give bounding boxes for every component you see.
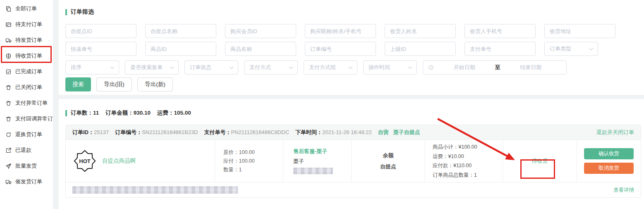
- payment-method-select-label: 支付方式: [249, 64, 271, 71]
- delivery-type: 自提点: [380, 163, 396, 171]
- sidebar-item-batch-shipment[interactable]: 批量发货: [0, 158, 53, 174]
- search-button[interactable]: 搜索: [65, 77, 91, 91]
- receiver-address-input[interactable]: [544, 24, 615, 38]
- summary-order-count: 订单数：11: [71, 109, 99, 117]
- payment-number-input[interactable]: [464, 42, 536, 56]
- chevron-down-icon: [289, 65, 293, 69]
- truck-icon: [5, 179, 12, 185]
- svg-text:HOT: HOT: [79, 158, 91, 164]
- filter-row-1: [65, 24, 644, 38]
- chevron-down-icon: [170, 65, 174, 69]
- summary-order-amount: 订单金额：930.10: [105, 109, 151, 117]
- sort-select[interactable]: 排序: [65, 60, 119, 74]
- payment-method: 余额: [383, 152, 394, 159]
- parent-id-input[interactable]: [385, 42, 456, 56]
- operation-time-select[interactable]: 操作时间: [363, 60, 417, 74]
- trash-icon: [5, 116, 12, 122]
- sidebar-item-label: 全部订单: [15, 5, 37, 12]
- amount-due: 应付款：¥110.00: [433, 161, 503, 171]
- sidebar-item-label: 批量发货: [15, 162, 37, 170]
- self-operated-tag: 自营: [378, 129, 389, 136]
- service-cell: 售后客服-栗子 栗子: [283, 140, 351, 182]
- receiver-phone-input[interactable]: [464, 24, 536, 38]
- first-order-select[interactable]: 是否搜索首单: [125, 60, 179, 74]
- export-new-button[interactable]: 导出(新): [137, 77, 173, 91]
- sidebar-item-refunded[interactable]: 已退款: [0, 142, 53, 158]
- filter-title-text: 订单筛选: [71, 8, 94, 16]
- payable-price: 应付：100.00: [223, 157, 283, 166]
- order-type-select[interactable]: 订单类型: [544, 42, 598, 56]
- product-name-link[interactable]: 自提点商品啊: [102, 157, 136, 165]
- refresh-icon: [5, 132, 12, 138]
- sidebar-item-label: 支付异常订单: [15, 99, 48, 107]
- order-sn-value: SN211126164861B23D: [142, 129, 198, 135]
- payment-cell: 余额 自提点: [351, 140, 425, 182]
- send-icon: [5, 163, 12, 169]
- trash-icon: [5, 100, 12, 106]
- total-quantity: 订单商品总数量：1: [433, 171, 503, 180]
- sidebar-item-closed[interactable]: 已关闭订单: [0, 79, 53, 95]
- payment-group-select[interactable]: 支付方式组: [304, 60, 357, 74]
- export-old-button[interactable]: 导出(旧): [96, 77, 132, 91]
- sidebar-item-callback-error[interactable]: 支付回调异常订单: [0, 111, 53, 127]
- trash-icon: [5, 84, 12, 91]
- order-list-panel: 订单数：11 订单金额：930.10 运费：105.00 订单ID： 25137…: [59, 109, 644, 198]
- order-status-badge: 待收货: [532, 157, 548, 165]
- sort-select-label: 排序: [71, 64, 81, 71]
- sidebar-item-label: 已退款: [15, 147, 31, 154]
- product-name-input[interactable]: [225, 42, 296, 56]
- card-icon: [5, 22, 12, 28]
- first-order-select-label: 是否搜索首单: [130, 64, 163, 71]
- filter-title: 订单筛选: [65, 8, 644, 16]
- filter-row-2: 订单类型: [65, 42, 644, 56]
- date-range-picker[interactable]: 开始日期 至 结束日期: [423, 60, 567, 74]
- sidebar-item-all-orders[interactable]: 全部订单: [0, 1, 53, 17]
- sidebar-item-returns[interactable]: 退换货订单: [0, 127, 53, 142]
- sidebar-item-payment-error[interactable]: 支付异常订单: [0, 95, 53, 111]
- redacted-address-blur: [72, 186, 238, 194]
- buyer-member-id-input[interactable]: [225, 24, 296, 38]
- order-id-value: 25137: [94, 129, 109, 135]
- order-number-input[interactable]: [305, 42, 376, 56]
- view-detail-link[interactable]: 查看详情: [613, 187, 634, 194]
- original-price: 原价：100.00: [223, 148, 283, 157]
- order-card-header: 订单ID： 25137 订单编号： SN211126164861B23D 支付单…: [66, 125, 641, 140]
- order-status-select[interactable]: 订单状态: [184, 60, 238, 74]
- product-id-input[interactable]: [145, 42, 216, 56]
- order-card-body: HOT 自提点商品啊 原价：100.00 应付：100.00 数量：1 售后客服…: [66, 140, 641, 182]
- order-card-footer: 查看详情: [66, 182, 641, 197]
- order-pn-value: PN21112616486C8DDC: [231, 129, 289, 135]
- redacted-phone-blur: [293, 168, 333, 174]
- chevron-down-icon: [408, 65, 412, 69]
- filter-actions: 搜索 导出(旧) 导出(新): [65, 77, 644, 91]
- end-date-placeholder: 结束日期: [500, 64, 562, 71]
- order-sn-label: 订单编号：: [115, 129, 142, 136]
- after-sales-service-link[interactable]: 售后客服-栗子: [293, 148, 351, 155]
- filter-row-3: 排序 是否搜索首单 订单状态 支付方式 支付方式组 操作时间: [65, 60, 644, 74]
- main-content: 订单筛选 订单类型: [59, 0, 644, 209]
- payment-method-select[interactable]: 支付方式: [244, 60, 298, 74]
- tracking-number-input[interactable]: [65, 42, 136, 56]
- refund-close-link[interactable]: 退款并关闭订单: [596, 129, 634, 136]
- order-status-select-label: 订单状态: [190, 64, 211, 71]
- sidebar-item-pending-receipt[interactable]: 待收货订单: [0, 48, 53, 64]
- sidebar-item-completed[interactable]: 已完成订单: [0, 64, 53, 79]
- copy-icon: [5, 6, 12, 12]
- sidebar-item-pending-payment[interactable]: 待支付订单: [0, 17, 53, 32]
- confirm-receipt-button[interactable]: 确认收货: [584, 148, 634, 159]
- sidebar-item-urge-shipment[interactable]: 催发货订单: [0, 174, 53, 190]
- pickup-name-input[interactable]: [145, 24, 216, 38]
- cancel-shipment-button[interactable]: 取消发货: [584, 163, 634, 174]
- receiver-name-input[interactable]: [385, 24, 456, 38]
- order-time-value: 2021-11-26 16:48:22: [322, 129, 372, 135]
- order-pn-label: 支付单号：: [204, 129, 231, 136]
- sidebar-item-pending-shipment[interactable]: 待发货订单: [0, 32, 53, 48]
- freight: 运费：¥10.00: [433, 152, 503, 161]
- start-date-placeholder: 开始日期: [434, 64, 495, 71]
- sidebar-item-label: 支付回调异常订单: [15, 115, 58, 123]
- totals-cell: 商品小计：¥100.00 运费：¥10.00 应付款：¥110.00 订单商品总…: [425, 140, 503, 182]
- buyer-nickname-input[interactable]: [305, 24, 376, 38]
- product-image-hot-badge: HOT: [73, 149, 96, 173]
- pickup-id-input[interactable]: [65, 24, 136, 38]
- date-separator: 至: [495, 64, 500, 71]
